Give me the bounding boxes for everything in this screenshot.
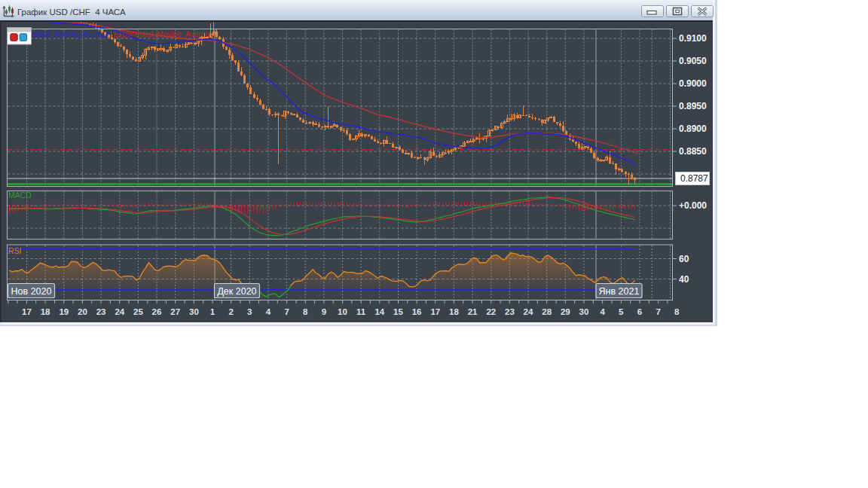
svg-text:23: 23 (505, 307, 515, 316)
svg-text:15: 15 (393, 307, 403, 316)
svg-text:Дек 2020: Дек 2020 (217, 286, 256, 297)
svg-text:7: 7 (284, 307, 289, 316)
svg-text:8: 8 (674, 307, 680, 316)
svg-text:11: 11 (356, 307, 366, 316)
svg-text:График USD /CHF 4 ЧАСА: График USD /CHF 4 ЧАСА (17, 8, 126, 17)
svg-text:30: 30 (189, 307, 199, 316)
svg-text:26: 26 (152, 307, 162, 316)
svg-text:25: 25 (133, 307, 143, 316)
svg-text:ential_Moving_Average: ential_Moving_Average (32, 30, 111, 38)
svg-text:0.9000: 0.9000 (679, 78, 707, 89)
svg-text:Нов 2020: Нов 2020 (11, 286, 52, 297)
svg-text:0.8787: 0.8787 (680, 173, 708, 184)
svg-text:20: 20 (78, 307, 87, 316)
svg-text:19: 19 (59, 307, 69, 316)
svg-text:0.9100: 0.9100 (679, 33, 707, 44)
svg-text:9: 9 (322, 307, 326, 316)
svg-text:1: 1 (210, 307, 215, 316)
svg-text:4: 4 (600, 307, 605, 316)
svg-text:22: 22 (486, 307, 496, 316)
svg-text:2: 2 (228, 307, 233, 316)
svg-text:24: 24 (115, 307, 124, 316)
svg-text:23: 23 (96, 307, 106, 316)
svg-text:40: 40 (679, 274, 689, 285)
svg-text:29: 29 (561, 307, 570, 316)
svg-text:17: 17 (430, 307, 440, 316)
svg-text:+0.000: +0.000 (679, 200, 707, 211)
svg-text:60: 60 (679, 254, 689, 264)
svg-text:8: 8 (303, 307, 308, 316)
svg-text:16: 16 (412, 307, 422, 316)
svg-text:14: 14 (374, 307, 384, 316)
svg-text:0.9050: 0.9050 (679, 56, 707, 66)
svg-text:18: 18 (449, 307, 459, 316)
svg-text:6: 6 (637, 307, 642, 316)
svg-text:RSI: RSI (8, 246, 22, 255)
svg-text:28: 28 (542, 307, 552, 316)
svg-text:24: 24 (524, 307, 533, 316)
svg-text:4: 4 (266, 307, 271, 316)
svg-text:5: 5 (619, 307, 624, 316)
svg-text:0.8850: 0.8850 (679, 146, 707, 157)
svg-text:MACD: MACD (8, 191, 32, 200)
svg-text:Янв 2021: Янв 2021 (599, 286, 640, 297)
svg-text:7: 7 (656, 307, 660, 316)
svg-text:0.8950: 0.8950 (679, 101, 707, 111)
svg-text:30: 30 (579, 307, 589, 316)
svg-text:10: 10 (338, 307, 347, 316)
svg-text:17: 17 (22, 307, 32, 316)
svg-text:18: 18 (41, 307, 50, 316)
svg-text:21: 21 (468, 307, 478, 316)
svg-text:27: 27 (170, 307, 180, 316)
svg-text:3: 3 (247, 307, 252, 316)
svg-text:0.8900: 0.8900 (679, 124, 707, 134)
